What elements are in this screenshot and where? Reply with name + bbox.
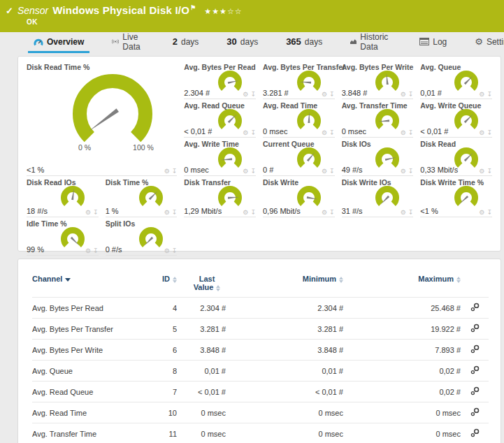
gauge-chart <box>291 108 325 134</box>
gauge-gear-icon[interactable]: ⚙ <box>401 130 406 136</box>
gauge-pin-icon[interactable]: ↧ <box>250 130 256 136</box>
tab-overview[interactable]: Overview <box>28 32 89 53</box>
gauge-chart <box>213 146 246 173</box>
channel-settings-icon[interactable] <box>470 303 480 313</box>
gauge-gear-icon[interactable]: ⚙ <box>85 210 91 216</box>
column-header-last[interactable]: Last Value <box>177 270 226 298</box>
column-header-channel[interactable]: Channel <box>32 270 138 298</box>
gauge-pin-icon[interactable]: ↧ <box>172 210 178 216</box>
gauge-gear-icon[interactable]: ⚙ <box>164 248 170 254</box>
gauge-pin-icon[interactable]: ↧ <box>329 168 335 175</box>
gauge-pin-icon[interactable]: ↧ <box>408 168 414 175</box>
tab-historic-data[interactable]: Historic Data <box>345 32 397 53</box>
gauge-gear-icon[interactable]: ⚙ <box>479 92 484 98</box>
gauge-gear-icon[interactable]: ⚙ <box>401 210 406 216</box>
gauge-gear-icon[interactable]: ⚙ <box>322 92 327 98</box>
gauge-cell: ⚙↧Avg. Transfer Time0 msec <box>342 99 414 138</box>
column-header-max[interactable]: Maximum <box>343 270 461 298</box>
tab-30-days[interactable]: 30days <box>221 32 264 53</box>
gauge-gear-icon[interactable]: ⚙ <box>85 248 91 254</box>
column-label: Channel <box>32 275 62 283</box>
cell-max: 0,02 # <box>343 361 461 382</box>
table-row: Avg. Queue80,01 #0,01 #0,02 # <box>32 361 489 382</box>
gauge-pin-icon[interactable]: ↧ <box>93 210 99 216</box>
gauge-value: 49 #/s <box>342 166 363 174</box>
log-icon <box>419 38 429 45</box>
gauge-label: Disk Transfer <box>184 178 231 187</box>
gauge-label: Avg. Queue <box>420 63 461 71</box>
cell-max: 0,02 # <box>343 382 461 402</box>
channel-settings-icon[interactable] <box>470 428 480 439</box>
tab-2-days[interactable]: 2days <box>167 32 205 53</box>
gauge-pin-icon[interactable]: ↧ <box>250 92 256 98</box>
tab-365-days[interactable]: 365days <box>280 32 328 53</box>
gauge-pin-icon[interactable]: ↧ <box>172 248 178 254</box>
gauge-pin-icon[interactable]: ↧ <box>172 168 178 175</box>
gauge-pin-icon[interactable]: ↧ <box>487 168 492 175</box>
gauge-pin-icon[interactable]: ↧ <box>408 210 414 216</box>
gauge-label: Disk Time % <box>106 178 149 187</box>
channel-settings-icon[interactable] <box>470 324 480 334</box>
gauge-cell: ⚙↧Avg. Bytes Per Transfer3.281 # <box>263 61 335 99</box>
gauge-min-label: 0 % <box>78 143 91 152</box>
tab-settings[interactable]: ⚙Settings <box>469 32 504 53</box>
gauge-gear-icon[interactable]: ⚙ <box>243 210 248 216</box>
gauge-pin-icon[interactable]: ↧ <box>329 210 335 216</box>
tab-number: 2 <box>173 36 178 47</box>
gauge-gear-icon[interactable]: ⚙ <box>322 130 327 136</box>
gauge-gear-icon[interactable]: ⚙ <box>164 168 170 175</box>
gauge-label: Disk Read Time % <box>27 63 89 71</box>
gauge-gear-icon[interactable]: ⚙ <box>322 168 327 175</box>
gauge-cell: ⚙↧Avg. Read Queue< 0,01 # <box>184 99 256 138</box>
gauge-value: 31 #/s <box>342 207 363 215</box>
gauge-gear-icon[interactable]: ⚙ <box>243 130 248 136</box>
gauge-value: 0 msec <box>263 127 287 136</box>
sensor-header: ✓ Sensor Windows Physical Disk I/O⚑ ★★★☆… <box>0 0 504 32</box>
tab-number: 30 <box>226 36 236 47</box>
gauge-value: 18 #/s <box>27 207 48 215</box>
gauge-pin-icon[interactable]: ↧ <box>487 210 492 216</box>
gauge-pin-icon[interactable]: ↧ <box>329 92 335 98</box>
cell-settings <box>461 361 489 382</box>
column-label: Last Value <box>194 275 215 291</box>
gauge-gear-icon[interactable]: ⚙ <box>401 168 406 175</box>
gauge-cell: ⚙↧Disk Write IOs31 #/s <box>342 176 414 217</box>
channel-settings-icon[interactable] <box>470 407 480 418</box>
gauge-gear-icon[interactable]: ⚙ <box>401 92 406 98</box>
gauge-gear-icon[interactable]: ⚙ <box>322 210 327 216</box>
gauge-pin-icon[interactable]: ↧ <box>93 248 99 254</box>
gauge-max-label: 100 % <box>133 143 154 152</box>
gauge-gear-icon[interactable]: ⚙ <box>479 168 484 175</box>
channel-settings-icon[interactable] <box>470 365 480 376</box>
gauge-label: Disk IOs <box>342 140 371 148</box>
gauge-gear-icon[interactable]: ⚙ <box>479 210 484 216</box>
channel-settings-icon[interactable] <box>470 386 480 397</box>
cell-min: 3.281 # <box>226 319 343 340</box>
gauge-cell: ⚙↧Disk Read0,33 Mbit/s <box>420 138 492 176</box>
gauge-value: 3.848 # <box>342 89 368 97</box>
gauge-value: 0 msec <box>342 127 366 136</box>
gauge-gear-icon[interactable]: ⚙ <box>243 92 248 98</box>
column-header-id[interactable]: ID <box>138 270 177 298</box>
gauge-gear-icon[interactable]: ⚙ <box>479 130 484 136</box>
flag-icon[interactable]: ⚑ <box>190 4 196 11</box>
gauge-pin-icon[interactable]: ↧ <box>487 92 492 98</box>
channel-settings-icon[interactable] <box>470 344 480 355</box>
priority-stars[interactable]: ★★★☆☆ <box>204 7 242 16</box>
gauge-pin-icon[interactable]: ↧ <box>250 168 256 175</box>
gauge-pin-icon[interactable]: ↧ <box>487 130 492 136</box>
gauge-pin-icon[interactable]: ↧ <box>408 130 414 136</box>
gauge-pin-icon[interactable]: ↧ <box>408 92 414 98</box>
cell-id: 8 <box>138 361 177 382</box>
tab-log[interactable]: Log <box>414 32 452 53</box>
gauge-cell: ⚙↧Current Queue0 # <box>263 138 335 176</box>
gauge-pin-icon[interactable]: ↧ <box>329 130 335 136</box>
column-header-min[interactable]: Minimum <box>226 270 343 298</box>
tab-live-data[interactable]: Live Data <box>106 32 150 53</box>
gauge-gear-icon[interactable]: ⚙ <box>243 168 248 175</box>
gauge-cell: ⚙↧Idle Time %99 % <box>27 217 99 256</box>
broadcast-icon <box>112 38 119 45</box>
gauge-pin-icon[interactable]: ↧ <box>250 210 256 216</box>
gauge-gear-icon[interactable]: ⚙ <box>164 210 170 216</box>
gauge-chart <box>370 108 403 134</box>
